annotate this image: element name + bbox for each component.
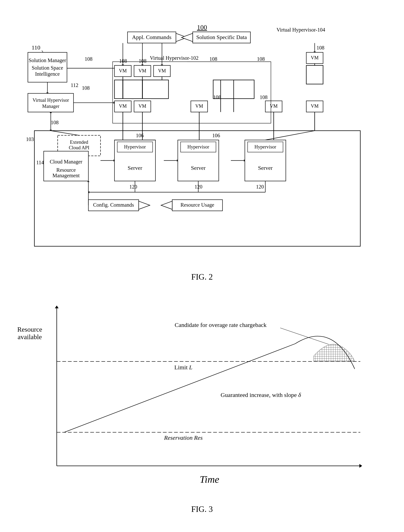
svg-rect-37 xyxy=(306,65,323,84)
ref-108-f: 108 xyxy=(82,85,90,91)
vm3: VM xyxy=(158,68,166,73)
svg-line-71 xyxy=(51,131,79,136)
resource-mgmt-label2: Management xyxy=(52,173,80,178)
svg-marker-66 xyxy=(139,201,150,209)
y-axis-label2: available xyxy=(18,333,42,341)
vm5: VM xyxy=(139,103,146,109)
hypervisor2: Hypervisor xyxy=(187,144,209,149)
appl-commands-label: Appl. Commands xyxy=(132,34,171,40)
vm4: VM xyxy=(119,103,127,109)
ref-106-2: 106 xyxy=(212,132,220,138)
page: 100 110 Appl. Commands Solution Specific… xyxy=(0,0,404,532)
limit-label: Limit L xyxy=(174,364,192,371)
fig3-svg: Resource available Time Reservation Res … xyxy=(16,287,388,504)
vh-manager-label: Virtual Hypervisor xyxy=(32,97,69,103)
ref-108-h: 108 xyxy=(213,94,221,100)
extended-cloud-api-label2: Cloud API xyxy=(69,145,89,150)
vm-top-right: VM xyxy=(311,55,319,60)
vm2: VM xyxy=(139,68,146,73)
vm6: VM xyxy=(196,103,203,109)
solution-specific-data-label: Solution Specific Data xyxy=(196,34,247,40)
solution-manager-label: Solution Manager xyxy=(29,57,66,63)
cloud-manager-label: Cloud Manager xyxy=(50,159,82,165)
reservation-label: Reservation Res xyxy=(164,435,203,441)
fig2-container: 100 110 Appl. Commands Solution Specific… xyxy=(16,12,388,268)
fig3-container: Resource available Time Reservation Res … xyxy=(16,287,388,504)
ref-120-3: 120 xyxy=(256,184,264,190)
vm1: VM xyxy=(119,68,127,73)
ref-112: 112 xyxy=(71,82,78,88)
svg-marker-84 xyxy=(359,464,362,468)
svg-line-87 xyxy=(64,344,295,432)
server1: Server xyxy=(128,165,142,171)
candidate-label: Candidate for overage rate chargeback xyxy=(175,322,267,328)
vh-manager-label2: Manager xyxy=(42,104,59,109)
ref-103: 103 xyxy=(26,136,34,142)
ref-108-a: 108 xyxy=(85,56,93,62)
x-axis-label: Time xyxy=(200,474,219,485)
ref-120-1: 120 xyxy=(129,184,137,190)
solution-space-label: Solution Space xyxy=(32,65,63,71)
svg-line-92 xyxy=(280,328,329,344)
y-axis-label1: Resource xyxy=(17,326,42,333)
svg-marker-3 xyxy=(181,33,193,42)
ref-108-g: 108 xyxy=(51,119,59,125)
ref-100: 100 xyxy=(197,24,207,31)
svg-marker-68 xyxy=(161,201,172,209)
hypervisor3: Hypervisor xyxy=(254,144,276,149)
ref-108-top-right: 108 xyxy=(316,45,324,51)
guaranteed-label: Guaranteed increase, with slope δ xyxy=(221,392,301,398)
svg-marker-82 xyxy=(55,305,59,308)
resource-mgmt-label1: Resource xyxy=(56,167,76,173)
fig2-label: FIG. 2 xyxy=(16,272,388,282)
vh102-label: Virtual Hypervisor-102 xyxy=(150,55,199,61)
fig3-label: FIG. 3 xyxy=(16,504,388,514)
hypervisor1: Hypervisor xyxy=(124,144,146,149)
vm8: VM xyxy=(311,103,319,109)
svg-line-77 xyxy=(265,131,315,140)
solution-space-intelligence-label: Intelligence xyxy=(35,71,60,77)
server3: Server xyxy=(258,165,273,171)
resource-usage-label: Resource Usage xyxy=(180,202,214,208)
config-commands-label: Config. Commands xyxy=(93,202,134,208)
ref-108-i: 108 xyxy=(260,94,268,100)
vh104-label: Virtual Hypervisor-104 xyxy=(277,27,325,33)
ref-114: 114 xyxy=(36,160,44,165)
ref-108-d: 108 xyxy=(209,56,217,62)
ref-108-e: 108 xyxy=(257,56,265,62)
ref-110: 110 xyxy=(32,44,40,51)
fig2-svg: 100 110 Appl. Commands Solution Specific… xyxy=(16,12,388,268)
extended-cloud-api-label1: Extended xyxy=(70,139,88,145)
server2: Server xyxy=(191,165,206,171)
